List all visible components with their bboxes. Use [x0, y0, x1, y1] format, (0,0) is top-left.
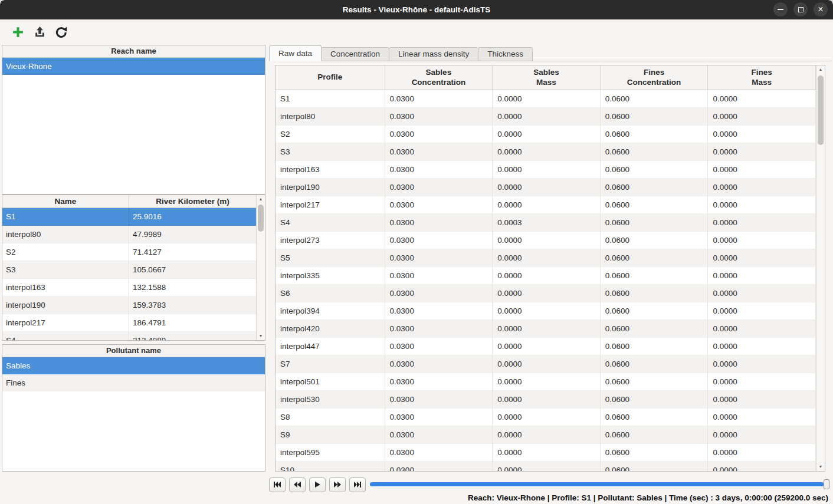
sables-concentration-cell: 0.0300	[385, 90, 493, 108]
fines-concentration-cell: 0.0600	[601, 143, 709, 161]
sables-concentration-cell: 0.0300	[385, 161, 493, 179]
fines-mass-cell: 0.0000	[708, 409, 816, 426]
sables-concentration-cell: 0.0300	[385, 426, 493, 444]
export-button[interactable]	[32, 25, 47, 40]
sables-mass-cell: 0.0000	[493, 90, 601, 108]
profile-cell: interpol190	[276, 179, 385, 196]
profiles-table-header: Name River Kilometer (m)	[2, 195, 256, 208]
sables-mass-cell: 0.0000	[493, 249, 601, 267]
skip-first-button[interactable]	[269, 477, 286, 492]
scroll-down-icon[interactable]: ▼	[257, 334, 265, 338]
profile-cell: S8	[276, 409, 385, 426]
fines-concentration-cell: 0.0600	[601, 214, 709, 232]
profile-row[interactable]: S1 25.9016	[2, 208, 256, 226]
sables-mass-cell: 0.0000	[493, 196, 601, 214]
sables-mass-cell: 0.0000	[493, 108, 601, 126]
reach-list-item[interactable]: Vieux-Rhone	[2, 58, 265, 75]
fast-forward-button[interactable]	[329, 477, 346, 492]
tab[interactable]: Linear mass density	[389, 47, 478, 61]
fines-concentration-cell: 0.0600	[601, 391, 709, 409]
sables-concentration-cell: 0.0300	[385, 320, 493, 338]
table-row[interactable]: interpol447 0.0300 0.0000 0.0600 0.0000	[276, 338, 816, 355]
profile-km-cell: 71.4127	[129, 243, 256, 261]
scroll-up-icon[interactable]: ▲	[257, 197, 265, 202]
pollutant-list-item[interactable]: Sables	[2, 357, 265, 374]
profile-row[interactable]: S4 213.4089	[2, 332, 256, 341]
profile-row[interactable]: interpol80 47.9989	[2, 226, 256, 243]
fines-concentration-cell: 0.0600	[601, 444, 709, 462]
time-slider[interactable]	[370, 479, 829, 489]
profile-row[interactable]: interpol217 186.4791	[2, 314, 256, 332]
refresh-button[interactable]	[54, 25, 69, 40]
table-row[interactable]: S7 0.0300 0.0000 0.0600 0.0000	[276, 355, 816, 373]
table-row[interactable]: interpol501 0.0300 0.0000 0.0600 0.0000	[276, 373, 816, 391]
maximize-button[interactable]	[793, 2, 808, 17]
profile-cell: S5	[276, 249, 385, 267]
results-table-body: S1 0.0300 0.0000 0.0600 0.0000 interpol8…	[276, 90, 816, 472]
table-row[interactable]: interpol80 0.0300 0.0000 0.0600 0.0000	[276, 108, 816, 126]
profile-row[interactable]: S3 105.0667	[2, 261, 256, 279]
profiles-panel: Name River Kilometer (m) S1 25.9016 inte…	[2, 195, 265, 341]
table-row[interactable]: S6 0.0300 0.0000 0.0600 0.0000	[276, 285, 816, 302]
profile-cell: interpol420	[276, 320, 385, 338]
status-text: Reach: Vieux-Rhone | Profile: S1 | Pollu…	[468, 493, 828, 502]
tab[interactable]: Raw data	[269, 45, 322, 61]
profile-name-cell: S2	[2, 243, 129, 261]
tab-bar: Raw dataConcentrationLinear mass density…	[269, 45, 532, 61]
titlebar[interactable]: Results - Vieux-Rhône - default-AdisTS ×	[0, 0, 833, 19]
table-row[interactable]: interpol394 0.0300 0.0000 0.0600 0.0000	[276, 302, 816, 320]
skip-last-button[interactable]	[349, 477, 366, 492]
table-row[interactable]: S5 0.0300 0.0000 0.0600 0.0000	[276, 249, 816, 267]
time-slider-handle[interactable]	[824, 479, 829, 489]
table-row[interactable]: interpol335 0.0300 0.0000 0.0600 0.0000	[276, 267, 816, 285]
minimize-icon	[778, 9, 783, 10]
close-button[interactable]: ×	[814, 2, 828, 17]
add-button[interactable]	[10, 25, 25, 40]
profiles-scrollbar[interactable]: ▲ ▼	[256, 195, 265, 340]
profile-name-cell: interpol190	[2, 297, 129, 314]
profiles-scrollbar-thumb[interactable]	[258, 205, 264, 232]
profile-row[interactable]: interpol190 159.3783	[2, 297, 256, 314]
fines-mass-cell: 0.0000	[708, 161, 816, 179]
pollutant-list-item[interactable]: Fines	[2, 374, 265, 391]
table-row[interactable]: interpol190 0.0300 0.0000 0.0600 0.0000	[276, 179, 816, 196]
table-row[interactable]: S9 0.0300 0.0000 0.0600 0.0000	[276, 426, 816, 444]
table-row[interactable]: S1 0.0300 0.0000 0.0600 0.0000	[276, 90, 816, 108]
column-header: Fines Mass	[708, 65, 816, 90]
profile-row[interactable]: S2 71.4127	[2, 243, 256, 261]
table-row[interactable]: interpol217 0.0300 0.0000 0.0600 0.0000	[276, 196, 816, 214]
profile-cell: interpol217	[276, 196, 385, 214]
tab[interactable]: Thickness	[478, 47, 533, 61]
table-row[interactable]: S4 0.0300 0.0003 0.0600 0.0000	[276, 214, 816, 232]
sables-mass-cell: 0.0000	[493, 426, 601, 444]
play-button[interactable]	[309, 477, 326, 492]
results-scrollbar-thumb[interactable]	[818, 75, 824, 145]
table-row[interactable]: interpol420 0.0300 0.0000 0.0600 0.0000	[276, 320, 816, 338]
table-row[interactable]: S3 0.0300 0.0000 0.0600 0.0000	[276, 143, 816, 161]
column-header: Profile	[276, 65, 385, 90]
profile-row[interactable]: interpol163 132.1588	[2, 279, 256, 297]
table-row[interactable]: S8 0.0300 0.0000 0.0600 0.0000	[276, 409, 816, 426]
scroll-down-icon[interactable]: ▼	[816, 465, 825, 469]
fines-mass-cell: 0.0000	[708, 444, 816, 462]
reach-panel: Reach name Vieux-Rhone	[2, 45, 265, 195]
rewind-icon	[293, 481, 301, 488]
minimize-button[interactable]	[773, 2, 788, 17]
window-controls: ×	[773, 2, 828, 17]
rewind-button[interactable]	[289, 477, 306, 492]
fines-concentration-cell: 0.0600	[601, 302, 709, 320]
fines-concentration-cell: 0.0600	[601, 108, 709, 126]
table-row[interactable]: interpol163 0.0300 0.0000 0.0600 0.0000	[276, 161, 816, 179]
table-row[interactable]: interpol595 0.0300 0.0000 0.0600 0.0000	[276, 444, 816, 462]
fines-concentration-cell: 0.0600	[601, 320, 709, 338]
reach-panel-header: Reach name	[2, 45, 265, 58]
table-row[interactable]: S10 0.0300 0.0000 0.0600 0.0000	[276, 462, 816, 472]
fines-mass-cell: 0.0000	[708, 196, 816, 214]
table-row[interactable]: interpol530 0.0300 0.0000 0.0600 0.0000	[276, 391, 816, 409]
fines-concentration-cell: 0.0600	[601, 409, 709, 426]
results-scrollbar[interactable]: ▲ ▼	[816, 65, 825, 471]
tab[interactable]: Concentration	[321, 47, 389, 61]
scroll-up-icon[interactable]: ▲	[816, 67, 825, 72]
table-row[interactable]: S2 0.0300 0.0000 0.0600 0.0000	[276, 126, 816, 143]
table-row[interactable]: interpol273 0.0300 0.0000 0.0600 0.0000	[276, 232, 816, 249]
